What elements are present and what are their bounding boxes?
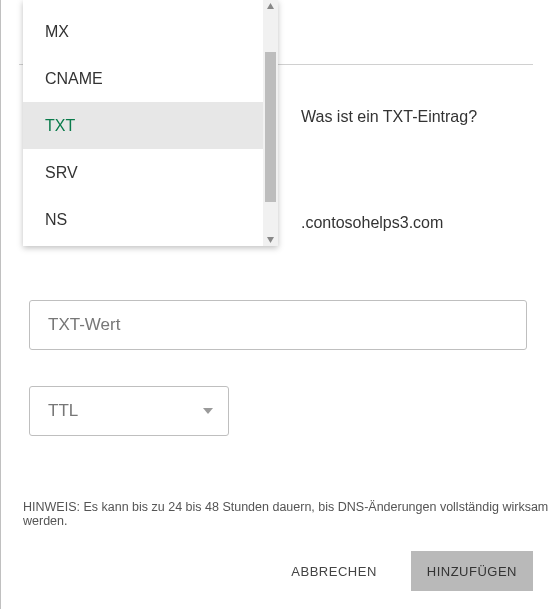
option-cname[interactable]: CNAME <box>23 55 263 102</box>
ttl-placeholder: TTL <box>48 401 78 421</box>
cancel-button[interactable]: ABBRECHEN <box>273 551 394 591</box>
scroll-thumb[interactable] <box>265 52 276 202</box>
chevron-down-icon <box>202 407 214 415</box>
scroll-up-icon[interactable] <box>263 0 278 12</box>
txt-value-field[interactable]: TXT-Wert <box>29 300 527 350</box>
option-txt[interactable]: TXT <box>23 102 263 149</box>
option-ns[interactable]: NS <box>23 196 263 243</box>
dns-record-form: Was ist ein TXT-Eintrag? .contosohelps3.… <box>0 0 551 609</box>
option-mx[interactable]: MX <box>23 8 263 55</box>
add-button[interactable]: HINZUFÜGEN <box>411 551 533 591</box>
txt-info-link[interactable]: Was ist ein TXT-Eintrag? <box>301 108 477 126</box>
ttl-select[interactable]: TTL <box>29 386 229 436</box>
domain-suffix: .contosohelps3.com <box>301 214 443 232</box>
svg-marker-1 <box>267 237 274 243</box>
button-row: ABBRECHEN HINZUFÜGEN <box>273 551 533 591</box>
svg-marker-0 <box>267 3 274 9</box>
option-srv[interactable]: SRV <box>23 149 263 196</box>
svg-marker-2 <box>203 408 213 414</box>
propagation-note: HINWEIS: Es kann bis zu 24 bis 48 Stunde… <box>23 500 551 528</box>
dropdown-options-list: MX CNAME TXT SRV NS <box>23 0 263 246</box>
dropdown-scrollbar[interactable] <box>263 0 278 246</box>
txt-value-placeholder: TXT-Wert <box>48 315 120 335</box>
scroll-track[interactable] <box>263 12 278 234</box>
scroll-down-icon[interactable] <box>263 234 278 246</box>
record-type-dropdown[interactable]: MX CNAME TXT SRV NS <box>23 0 278 246</box>
